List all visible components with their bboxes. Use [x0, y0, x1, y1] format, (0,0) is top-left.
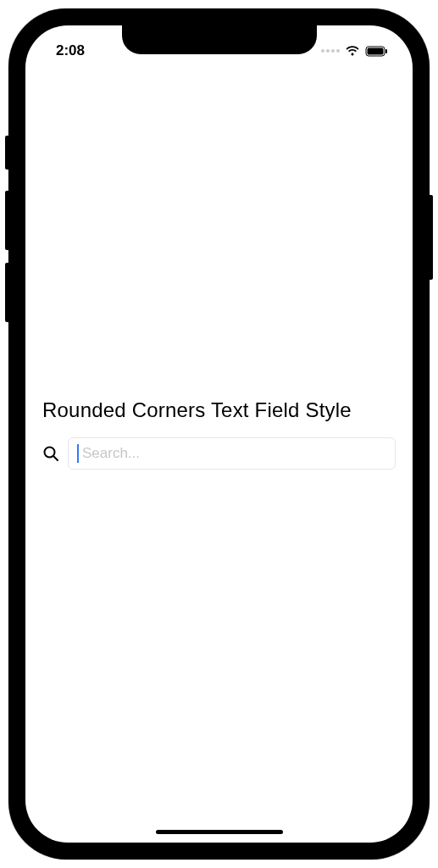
main-content: Rounded Corners Text Field Style [25, 25, 413, 843]
volume-up-button [5, 191, 8, 250]
power-button [430, 195, 433, 280]
phone-screen: 2:08 [25, 25, 413, 843]
signal-strength-icon [321, 49, 340, 53]
status-icons [321, 46, 389, 57]
search-icon [42, 445, 59, 462]
home-indicator[interactable] [156, 830, 283, 834]
volume-down-button [5, 263, 8, 322]
status-time: 2:08 [56, 42, 85, 59]
page-title: Rounded Corners Text Field Style [42, 398, 396, 422]
wifi-icon [345, 46, 360, 57]
search-row [42, 437, 396, 470]
phone-device-frame: 2:08 [8, 8, 430, 860]
svg-rect-1 [368, 47, 384, 54]
svg-line-4 [53, 456, 58, 460]
search-field-container[interactable] [68, 437, 396, 470]
svg-rect-2 [385, 49, 387, 53]
phone-notch [122, 25, 317, 54]
search-input[interactable] [82, 445, 386, 462]
battery-icon [365, 46, 389, 57]
text-cursor [77, 444, 79, 463]
mute-switch [5, 136, 8, 170]
